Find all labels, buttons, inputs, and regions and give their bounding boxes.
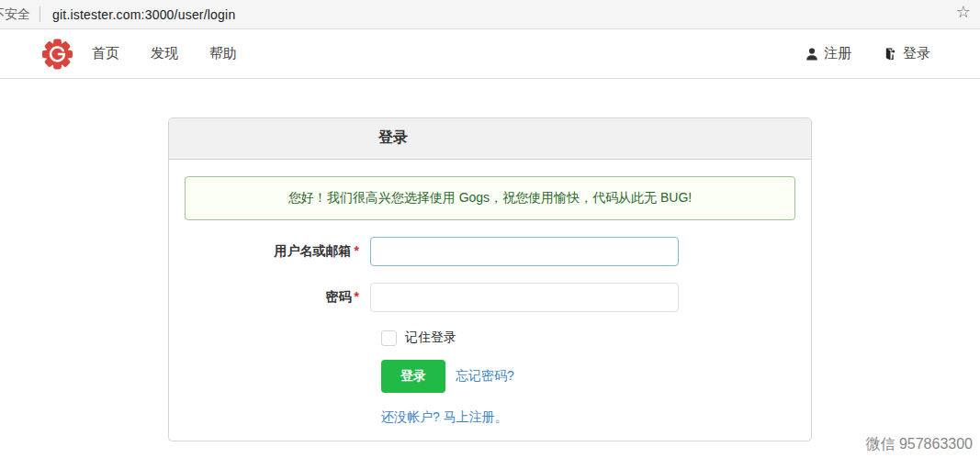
forgot-password-link[interactable]: 忘记密码? bbox=[456, 368, 514, 385]
remember-login-row: 记住登录 bbox=[381, 330, 795, 346]
register-now-link[interactable]: 还没帐户? 马上注册。 bbox=[381, 409, 508, 424]
browser-address-bar[interactable]: 不安全 git.istester.com:3000/user/login ☆ bbox=[0, 0, 980, 29]
security-status-label[interactable]: 不安全 bbox=[0, 6, 30, 23]
nav-item-register-label: 注册 bbox=[824, 45, 851, 62]
navbar: 首页 发现 帮助 注册 登录 bbox=[0, 29, 980, 79]
username-label: 用户名或邮箱* bbox=[185, 243, 370, 260]
wechat-contact-label: 微信 957863300 bbox=[865, 435, 973, 454]
nav-item-home[interactable]: 首页 bbox=[92, 45, 119, 62]
register-row: 还没帐户? 马上注册。 bbox=[381, 408, 795, 426]
login-panel-header: 登录 bbox=[169, 118, 811, 160]
nav-links: 首页 发现 帮助 bbox=[92, 45, 268, 62]
person-icon bbox=[805, 47, 818, 61]
nav-right: 注册 登录 bbox=[805, 45, 930, 62]
welcome-message: 您好！我们很高兴您选择使用 Gogs，祝您使用愉快，代码从此无 BUG! bbox=[185, 176, 795, 220]
nav-item-explore[interactable]: 发现 bbox=[151, 45, 178, 62]
url-text[interactable]: git.istester.com:3000/user/login bbox=[52, 7, 235, 22]
login-submit-button[interactable]: 登录 bbox=[381, 360, 445, 393]
username-field-row: 用户名或邮箱* bbox=[185, 237, 795, 266]
login-panel-body: 您好！我们很高兴您选择使用 Gogs，祝您使用愉快，代码从此无 BUG! 用户名… bbox=[169, 160, 811, 441]
sign-in-icon bbox=[884, 47, 897, 61]
nav-item-signin-label: 登录 bbox=[903, 45, 930, 62]
nav-item-register[interactable]: 注册 bbox=[805, 45, 851, 62]
password-field-row: 密码* bbox=[185, 283, 795, 312]
remember-login-checkbox[interactable] bbox=[381, 330, 397, 346]
remember-login-label[interactable]: 记住登录 bbox=[405, 330, 456, 346]
action-row: 登录 忘记密码? bbox=[381, 360, 795, 393]
nav-item-help[interactable]: 帮助 bbox=[209, 45, 237, 62]
address-bar-divider bbox=[39, 6, 40, 22]
gogs-logo-icon[interactable] bbox=[42, 39, 73, 70]
password-input[interactable] bbox=[370, 283, 679, 312]
required-asterisk: * bbox=[355, 289, 359, 304]
bookmark-star-icon[interactable]: ☆ bbox=[956, 4, 971, 20]
required-asterisk: * bbox=[355, 243, 359, 258]
login-panel: 登录 您好！我们很高兴您选择使用 Gogs，祝您使用愉快，代码从此无 BUG! … bbox=[168, 117, 812, 441]
password-label: 密码* bbox=[185, 289, 370, 306]
nav-item-signin[interactable]: 登录 bbox=[884, 45, 930, 62]
username-input[interactable] bbox=[370, 237, 679, 266]
